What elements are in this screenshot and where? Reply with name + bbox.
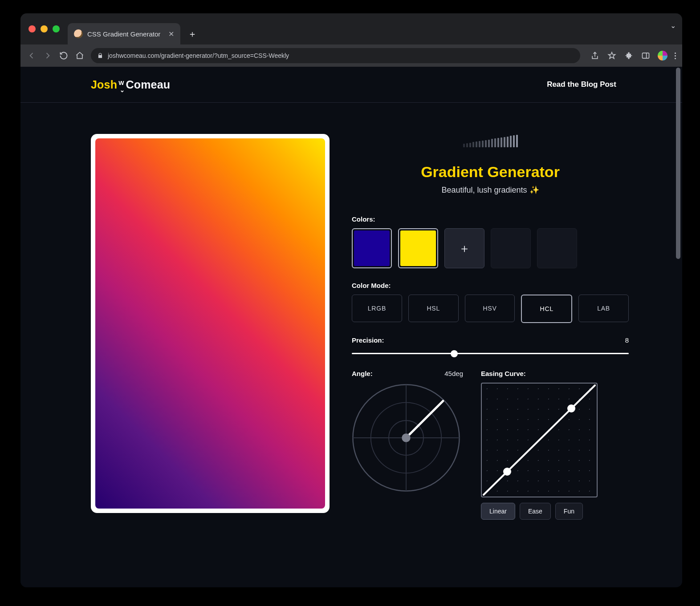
extensions-icon[interactable]	[624, 51, 634, 61]
lock-icon	[97, 53, 103, 59]
angle-value: 45deg	[444, 370, 463, 377]
favicon-icon	[74, 29, 83, 38]
color-swatch-empty	[537, 228, 577, 268]
mode-lrgb[interactable]: LRGB	[352, 295, 402, 322]
svg-point-7	[402, 433, 411, 442]
precision-label: Precision:	[352, 336, 384, 344]
panel-icon[interactable]	[641, 51, 651, 61]
mode-hcl[interactable]: HCL	[521, 295, 572, 323]
bookmark-icon[interactable]	[607, 51, 617, 61]
gradient-preview	[95, 138, 325, 509]
color-mode-group: LRGBHSLHSVHCLLAB	[352, 295, 629, 323]
color-swatch-empty	[491, 228, 531, 268]
zoom-window-icon[interactable]	[53, 25, 60, 32]
easing-preset-linear[interactable]: Linear	[481, 503, 515, 520]
profile-avatar[interactable]	[658, 51, 667, 61]
easing-editor[interactable]	[481, 383, 598, 497]
forward-icon[interactable]	[43, 51, 53, 61]
page-subtitle: Beautiful, lush gradients ✨	[352, 185, 629, 195]
home-icon[interactable]	[75, 51, 85, 61]
kebab-menu-icon[interactable]	[675, 53, 676, 59]
color-swatches: ＋	[352, 228, 629, 268]
browser-window: CSS Gradient Generator ✕ ＋ ⌄	[20, 13, 682, 587]
site-header: Josh W⌄ Comeau Read the Blog Post	[20, 67, 682, 103]
color-swatch-2[interactable]	[398, 228, 438, 268]
add-color-button[interactable]: ＋	[444, 228, 484, 268]
svg-rect-0	[643, 53, 649, 58]
easing-handle-2[interactable]	[567, 404, 575, 412]
easing-preset-fun[interactable]: Fun	[555, 503, 583, 520]
tab-title: CSS Gradient Generator	[87, 30, 160, 38]
precision-slider[interactable]	[352, 350, 629, 356]
angle-label: Angle:	[352, 370, 373, 377]
browser-tab[interactable]: CSS Gradient Generator ✕	[68, 23, 180, 44]
address-bar[interactable]: joshwcomeau.com/gradient-generator/?utm_…	[91, 48, 580, 63]
close-tab-icon[interactable]: ✕	[168, 30, 174, 38]
reload-icon[interactable]	[59, 51, 69, 61]
svg-line-8	[484, 385, 595, 495]
gradient-preview-frame	[91, 134, 330, 513]
easing-preset-group: LinearEaseFun	[481, 503, 629, 520]
minimize-window-icon[interactable]	[41, 25, 48, 32]
easing-preset-ease[interactable]: Ease	[520, 503, 551, 520]
site-logo[interactable]: Josh W⌄ Comeau	[91, 78, 170, 91]
new-tab-button[interactable]: ＋	[185, 26, 200, 41]
plus-icon: ＋	[459, 241, 470, 256]
window-controls	[20, 13, 68, 44]
page-title: Gradient Generator	[352, 163, 629, 181]
svg-line-6	[406, 401, 443, 438]
decor-bars-icon	[352, 134, 629, 147]
mode-hsl[interactable]: HSL	[408, 295, 459, 322]
easing-handle-1[interactable]	[503, 468, 511, 476]
angle-dial[interactable]	[352, 384, 460, 492]
tabs-overflow-icon[interactable]: ⌄	[670, 21, 676, 30]
browser-tabstrip: CSS Gradient Generator ✕ ＋ ⌄	[20, 13, 682, 44]
color-swatch-1[interactable]	[352, 228, 392, 268]
read-blog-link[interactable]: Read the Blog Post	[547, 80, 616, 89]
mode-lab[interactable]: LAB	[578, 295, 629, 322]
mode-hsv[interactable]: HSV	[465, 295, 515, 322]
easing-label: Easing Curve:	[481, 370, 629, 377]
back-icon[interactable]	[27, 51, 37, 61]
browser-toolbar: joshwcomeau.com/gradient-generator/?utm_…	[20, 44, 682, 67]
colors-label: Colors:	[352, 215, 629, 223]
close-window-icon[interactable]	[28, 25, 36, 32]
precision-value: 8	[625, 336, 629, 344]
share-icon[interactable]	[590, 51, 600, 61]
page: Josh W⌄ Comeau Read the Blog Post	[20, 67, 682, 587]
color-mode-label: Color Mode:	[352, 282, 629, 289]
url-text: joshwcomeau.com/gradient-generator/?utm_…	[108, 52, 289, 59]
page-scrollbar[interactable]	[676, 67, 681, 587]
